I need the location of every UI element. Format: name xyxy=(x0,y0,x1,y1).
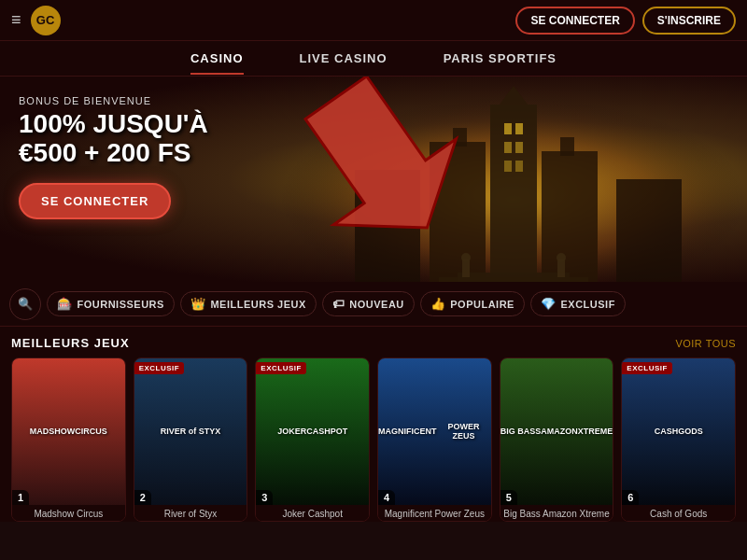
svg-rect-13 xyxy=(355,170,420,282)
hero-content: BONUS DE BIENVENUE 100% JUSQU'À €500 + 2… xyxy=(19,95,208,219)
game-card-art-3: JOKERCASHPOT EXCLUSIF 3 xyxy=(256,358,369,505)
svg-rect-4 xyxy=(515,123,523,134)
svg-rect-3 xyxy=(504,123,512,134)
bonus-label: BONUS DE BIENVENUE xyxy=(19,95,208,106)
main-nav: CASINO LIVE CASINO PARIS SPORTIFS xyxy=(0,41,747,77)
games-header: MEILLEURS JEUX VOIR TOUS xyxy=(11,336,736,350)
svg-point-18 xyxy=(461,253,471,262)
game-title-3: Joker Cashpot xyxy=(256,505,369,521)
exclusive-badge: EXCLUSIF xyxy=(622,362,672,374)
thumbsup-icon: 👍 xyxy=(430,297,446,311)
game-number-6: 6 xyxy=(622,490,639,505)
game-card-2[interactable]: RIVER of STYX EXCLUSIF 2 River of Styx xyxy=(134,357,248,522)
header-right: SE CONNECTER S'INSCRIRE xyxy=(515,7,736,35)
see-all-link[interactable]: VOIR TOUS xyxy=(675,338,736,349)
game-card-art-4: MAGNIFICENTPOWER ZEUS 4 xyxy=(378,358,491,505)
logo: GC xyxy=(31,6,61,35)
hamburger-icon[interactable]: ≡ xyxy=(11,10,21,30)
game-number-1: 1 xyxy=(12,490,29,505)
svg-rect-5 xyxy=(504,142,512,153)
hero-banner: BONUS DE BIENVENUE 100% JUSQU'À €500 + 2… xyxy=(0,77,747,282)
game-title-4: Magnificent Power Zeus xyxy=(378,505,491,521)
exclusive-badge: EXCLUSIF xyxy=(256,362,306,374)
filter-exclusive-button[interactable]: 💎 EXCLUSIF xyxy=(530,291,626,316)
diamond-icon: 💎 xyxy=(541,297,557,311)
header-register-button[interactable]: S'INSCRIRE xyxy=(642,7,736,35)
game-card-art-1: MADSHOWCIRCUS 1 xyxy=(12,358,125,505)
svg-rect-11 xyxy=(542,151,598,282)
svg-point-20 xyxy=(557,253,566,262)
hero-login-button[interactable]: SE CONNECTER xyxy=(19,183,171,219)
games-section: MEILLEURS JEUX VOIR TOUS MADSHOWCIRCUS 1… xyxy=(0,327,747,522)
header-left: ≡ GC xyxy=(11,6,61,35)
nav-item-paris-sportifs[interactable]: PARIS SPORTIFS xyxy=(444,51,557,65)
game-card-4[interactable]: MAGNIFICENTPOWER ZEUS 4 Magnificent Powe… xyxy=(377,357,492,522)
filter-popular-button[interactable]: 👍 POPULAIRE xyxy=(420,291,525,316)
game-title-2: River of Styx xyxy=(134,505,247,521)
svg-rect-8 xyxy=(515,161,523,172)
svg-rect-14 xyxy=(616,179,682,282)
tag-icon: 🏷 xyxy=(332,297,345,311)
game-number-2: 2 xyxy=(134,490,151,505)
nav-item-live-casino[interactable]: LIVE CASINO xyxy=(300,51,388,65)
game-card-1[interactable]: MADSHOWCIRCUS 1 Madshow Circus xyxy=(11,357,126,522)
svg-rect-10 xyxy=(453,128,467,147)
filter-bar: 🔍 🎰 FOURNISSEURS 👑 MEILLEURS JEUX 🏷 NOUV… xyxy=(0,282,747,327)
games-grid: MADSHOWCIRCUS 1 Madshow Circus RIVER of … xyxy=(11,357,736,522)
filter-search-button[interactable]: 🔍 xyxy=(9,288,41,320)
svg-rect-6 xyxy=(515,142,523,153)
providers-icon: 🎰 xyxy=(57,297,73,311)
nav-item-casino[interactable]: CASINO xyxy=(190,51,244,65)
svg-rect-1 xyxy=(490,105,537,282)
game-number-5: 5 xyxy=(500,490,517,505)
filter-providers-button[interactable]: 🎰 FOURNISSEURS xyxy=(47,291,175,316)
svg-rect-16 xyxy=(439,277,588,282)
game-title-6: Cash of Gods xyxy=(622,505,735,521)
search-icon: 🔍 xyxy=(18,297,34,311)
header-login-button[interactable]: SE CONNECTER xyxy=(515,7,634,35)
header: ≡ GC SE CONNECTER S'INSCRIRE xyxy=(0,0,747,41)
game-number-4: 4 xyxy=(378,490,395,505)
game-card-3[interactable]: JOKERCASHPOT EXCLUSIF 3 Joker Cashpot xyxy=(255,357,370,522)
filter-new-button[interactable]: 🏷 NOUVEAU xyxy=(322,291,415,316)
crown-icon: 👑 xyxy=(190,297,206,311)
svg-rect-9 xyxy=(430,142,486,282)
svg-rect-12 xyxy=(560,137,574,156)
games-section-title: MEILLEURS JEUX xyxy=(11,336,130,350)
bonus-amount: 100% JUSQU'À €500 + 200 FS xyxy=(19,110,208,168)
game-title-1: Madshow Circus xyxy=(12,505,125,521)
game-title-5: Big Bass Amazon Xtreme xyxy=(500,505,613,521)
city-silhouette xyxy=(280,77,747,282)
game-card-6[interactable]: CASHGODS EXCLUSIF 6 Cash of Gods xyxy=(621,357,736,522)
game-card-5[interactable]: BIG BASSAMAZONXTREME 5 Big Bass Amazon X… xyxy=(500,357,614,522)
game-card-art-6: CASHGODS EXCLUSIF 6 xyxy=(622,358,735,505)
game-card-art-5: BIG BASSAMAZONXTREME 5 xyxy=(500,358,613,505)
filter-best-games-button[interactable]: 👑 MEILLEURS JEUX xyxy=(180,291,317,316)
svg-rect-7 xyxy=(504,161,512,172)
game-card-art-2: RIVER of STYX EXCLUSIF 2 xyxy=(134,358,247,505)
exclusive-badge: EXCLUSIF xyxy=(134,362,185,374)
game-number-3: 3 xyxy=(256,490,273,505)
